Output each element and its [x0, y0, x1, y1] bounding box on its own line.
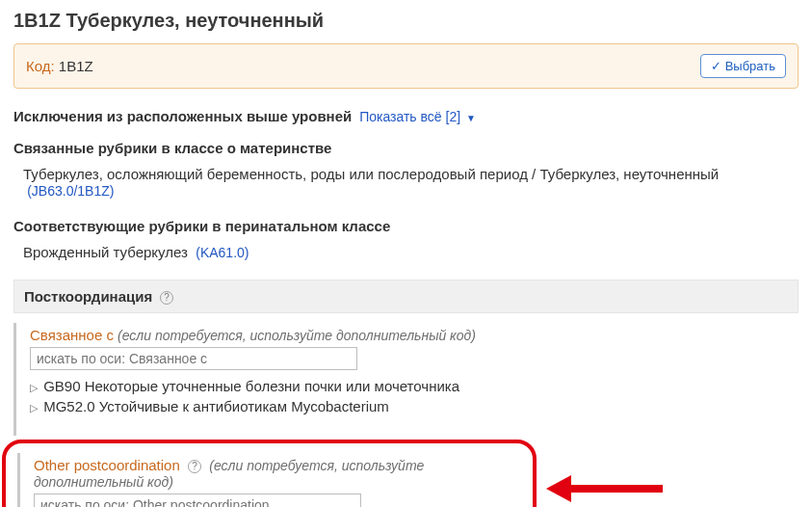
highlight-box: Other postcoordination ? (если потребует…: [2, 440, 537, 507]
maternal-text: Туберкулез, осложняющий беременность, ро…: [23, 166, 719, 182]
perinatal-text: Врожденный туберкулез: [23, 244, 188, 260]
postcoord-header: Посткоординация ?: [13, 280, 799, 313]
axis2-name: Other postcoordination: [34, 457, 180, 473]
perinatal-heading: Соответствующие рубрики в перинатальном …: [13, 218, 799, 234]
page-title: 1B1Z Туберкулез, неуточненный: [13, 10, 799, 32]
axis-associated-with: Связанное с (если потребуется, используй…: [30, 327, 799, 416]
axis1-item-text: GB90 Некоторые уточненные болезни почки …: [43, 378, 459, 394]
select-button[interactable]: ✓ Выбрать: [700, 54, 786, 78]
code-value: 1B1Z: [59, 58, 93, 74]
axis-other-postcoord: Other postcoordination ? (если потребует…: [34, 457, 519, 507]
axis1-hint: (если потребуется, используйте дополните…: [118, 328, 476, 343]
axis1-search-input[interactable]: [30, 347, 357, 370]
help-icon[interactable]: ?: [188, 460, 201, 473]
axis1-name: Связанное с: [30, 327, 114, 343]
show-all-link[interactable]: Показать всё [2] ▼: [359, 109, 476, 124]
maternal-section: Связанные рубрики в классе о материнстве…: [13, 140, 799, 202]
triangle-right-icon: ▷: [30, 402, 39, 414]
perinatal-section: Соответствующие рубрики в перинатальном …: [13, 218, 799, 264]
postcoord-title: Посткоординация: [24, 288, 152, 305]
exclusions-section: Исключения из расположенных выше уровней…: [13, 108, 799, 124]
maternal-code-link[interactable]: (JB63.0/1B1Z): [27, 183, 114, 199]
show-all-text: Показать всё [2]: [359, 109, 460, 124]
code-bar: Код: 1B1Z ✓ Выбрать: [13, 43, 799, 89]
help-icon[interactable]: ?: [160, 291, 173, 305]
maternal-heading: Связанные рубрики в классе о материнстве: [13, 140, 799, 156]
perinatal-code-link[interactable]: (KA61.0): [196, 245, 249, 260]
axis1-item[interactable]: ▷ GB90 Некоторые уточненные болезни почк…: [30, 376, 799, 396]
postcoord-body: Связанное с (если потребуется, используй…: [13, 323, 799, 436]
axis1-item-text: MG52.0 Устойчивые к антибиотикам Mycobac…: [43, 398, 389, 414]
code-label: Код:: [26, 58, 55, 74]
arrow-shaft: [571, 485, 663, 493]
axis1-item[interactable]: ▷ MG52.0 Устойчивые к антибиотикам Mycob…: [30, 396, 799, 416]
axis2-search-input[interactable]: [34, 494, 361, 507]
arrow-left-icon: [546, 475, 571, 502]
chevron-down-icon: ▼: [466, 113, 476, 123]
exclusions-heading: Исключения из расположенных выше уровней: [13, 108, 352, 124]
triangle-right-icon: ▷: [30, 382, 39, 394]
callout-arrow: [546, 475, 663, 502]
